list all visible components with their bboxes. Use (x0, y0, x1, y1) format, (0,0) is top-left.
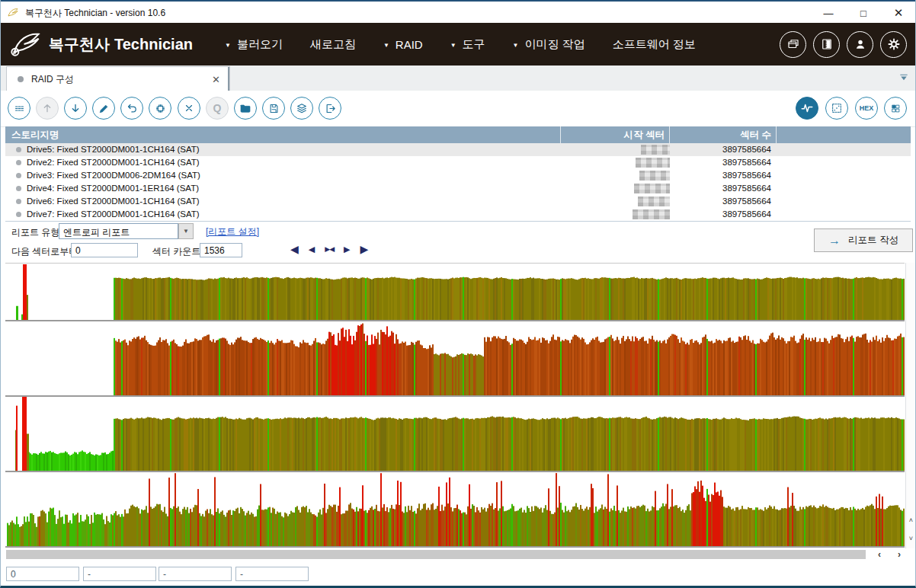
storage-row-3[interactable]: Drive3: Fixed ST2000DM006-2DM164 (SAT)38… (5, 169, 911, 182)
sector-count-label: 섹터 카운트: (152, 245, 203, 258)
brand-title: 복구천사Technician (49, 34, 193, 55)
app-wing-icon (7, 7, 19, 19)
edit-button[interactable] (92, 97, 115, 120)
storage-table-body: Drive5: Fixed ST2000DM001-1CH164 (SAT)38… (5, 143, 911, 222)
open-folder-button[interactable] (234, 97, 257, 120)
menu-item-4[interactable]: ▼도구 (450, 37, 485, 52)
menu-item-label: 도구 (463, 37, 485, 52)
tab-raid-config[interactable]: RAID 구성 ✕ (6, 66, 230, 91)
status-field-4[interactable]: - (235, 567, 309, 581)
start-sector-redacted (641, 145, 670, 155)
raid-detect-button[interactable] (8, 97, 30, 120)
column-sector-count[interactable]: 섹터 수 (740, 129, 771, 142)
column-start-sector[interactable]: 시작 섹터 (624, 129, 665, 142)
menu-item-6[interactable]: 소프트웨어 정보 (613, 37, 696, 52)
storage-row-6[interactable]: Drive7: Fixed ST2000DM001-1CH164 (SAT)38… (5, 208, 911, 221)
bitmap-view-button[interactable] (825, 97, 848, 120)
status-field-3[interactable]: - (159, 567, 232, 581)
drive-dot-icon (16, 186, 21, 191)
move-up-button (36, 97, 59, 120)
chip-button[interactable] (149, 97, 171, 120)
drive-dot-icon (16, 199, 21, 204)
storage-row-5[interactable]: Drive6: Fixed ST2000DM001-1CH164 (SAT)38… (5, 195, 911, 208)
status-field-1[interactable]: 0 (6, 567, 79, 581)
save-button[interactable] (262, 97, 285, 120)
column-divider (776, 126, 777, 143)
column-divider (669, 126, 670, 143)
settings-icon[interactable] (880, 31, 907, 58)
main-menu: ▼불러오기새로고침▼RAID▼도구▼이미징 작업소프트웨어 정보 (225, 37, 696, 52)
entropy-charts[interactable] (5, 263, 905, 548)
scroll-right-icon[interactable]: › (891, 549, 908, 560)
arrow-right-icon: → (828, 235, 841, 247)
menu-item-3[interactable]: ▼RAID (383, 38, 423, 51)
window-title: 복구천사 Technician - version 10.6 (25, 7, 165, 20)
report-controls: 리포트 유형 : 엔트로피 리포트 ▼ [리포트 설정] 다음 섹터로부터: 0… (5, 222, 911, 263)
start-sector-redacted (636, 158, 670, 168)
hex-view-button[interactable]: HEX (855, 97, 878, 120)
menu-caret-icon: ▼ (225, 42, 231, 49)
drive-dot-icon (16, 147, 21, 152)
entropy-strips-canvas[interactable] (5, 264, 905, 548)
scroll-up-icon[interactable]: ˄ (906, 515, 916, 526)
status-field-2[interactable]: - (83, 567, 156, 581)
scroll-left-icon[interactable]: ‹ (871, 549, 888, 560)
window-titlebar: 복구천사 Technician - version 10.6 — □ ✕ (0, 0, 916, 24)
nav-prev-icon[interactable]: ◀ (309, 245, 315, 254)
start-sector-redacted (633, 209, 670, 219)
layers-button[interactable] (290, 97, 313, 120)
report-type-select[interactable]: 엔트로피 리포트 (59, 223, 178, 239)
maximize-button[interactable]: □ (846, 2, 881, 24)
nav-last-icon[interactable]: ▶ (360, 244, 369, 254)
report-settings-link[interactable]: [리포트 설정] (206, 225, 259, 238)
menu-item-2[interactable]: 새로고침 (310, 37, 356, 52)
grid-view-button[interactable] (884, 97, 907, 120)
menu-item-1[interactable]: ▼불러오기 (225, 37, 283, 52)
tab-list-icon[interactable] (898, 71, 910, 86)
remove-button[interactable] (178, 97, 200, 120)
from-sector-input[interactable]: 0 (71, 243, 138, 257)
start-sector-redacted (634, 184, 670, 193)
create-report-button[interactable]: → 리포트 작성 (814, 228, 913, 252)
menu-item-label: 불러오기 (237, 37, 283, 52)
nav-current-icon[interactable]: ▶◀ (325, 246, 334, 253)
panel-icon[interactable] (813, 31, 840, 58)
report-type-dropdown-icon[interactable]: ▼ (178, 223, 194, 239)
brand-wing-icon (9, 30, 41, 59)
scroll-down-icon[interactable]: ˅ (906, 533, 916, 544)
drive-name: Drive5: Fixed ST2000DM001-1CH164 (SAT) (27, 145, 200, 154)
close-button[interactable]: ✕ (881, 2, 916, 24)
menu-caret-icon: ▼ (513, 42, 519, 49)
scrollbar-thumb[interactable] (6, 550, 866, 559)
storage-row-4[interactable]: Drive4: Fixed ST2000DM001-1ER164 (SAT)38… (5, 182, 911, 195)
drive-dot-icon (16, 160, 21, 165)
tab-bar: RAID 구성 ✕ (0, 66, 916, 91)
vertical-scrollbar[interactable]: ˄ ˅ (905, 263, 916, 548)
column-storage-name[interactable]: 스토리지명 (11, 129, 59, 142)
user-icon[interactable] (847, 31, 873, 58)
menu-item-label: 소프트웨어 정보 (613, 37, 696, 52)
drive-name: Drive7: Fixed ST2000DM001-1CH164 (SAT) (27, 209, 200, 219)
drive-name: Drive6: Fixed ST2000DM001-1CH164 (SAT) (27, 197, 200, 206)
nav-next-icon[interactable]: ▶ (344, 245, 350, 254)
storage-row-2[interactable]: Drive2: Fixed ST2000DM001-1CH164 (SAT)38… (5, 156, 911, 169)
sector-count-value: 3897585664 (722, 184, 771, 193)
undo-button[interactable] (120, 97, 143, 120)
storage-row-1[interactable]: Drive5: Fixed ST2000DM001-1CH164 (SAT)38… (5, 143, 911, 156)
horizontal-scrollbar[interactable]: ‹ › (5, 549, 911, 560)
drive-dot-icon (16, 173, 21, 178)
windows-icon[interactable] (780, 31, 806, 58)
search-q-button: Q (206, 97, 229, 120)
menu-item-label: 새로고침 (310, 37, 356, 52)
nav-first-icon[interactable]: ◀ (290, 244, 299, 254)
sector-count-value: 3897585664 (722, 209, 771, 219)
entropy-view-button[interactable] (796, 97, 818, 120)
tab-label: RAID 구성 (31, 73, 74, 86)
menu-item-5[interactable]: ▼이미징 작업 (513, 37, 585, 52)
export-button[interactable] (319, 97, 341, 120)
status-bar: 0--- (0, 566, 916, 583)
minimize-button[interactable]: — (811, 2, 846, 24)
move-down-button[interactable] (64, 97, 87, 120)
tab-close-icon[interactable]: ✕ (212, 75, 220, 85)
sector-count-input[interactable]: 1536 (200, 243, 242, 257)
